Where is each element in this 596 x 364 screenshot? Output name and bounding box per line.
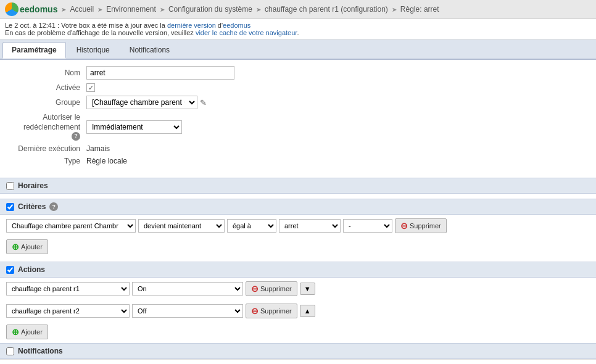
tab-parametrage[interactable]: Paramétrage xyxy=(2,42,66,59)
activee-label: Activée xyxy=(6,83,86,92)
criteria-plus-icon: ⊕ xyxy=(12,242,19,252)
nav-config-systeme[interactable]: Configuration du système xyxy=(168,5,252,14)
criteria-ajouter-button[interactable]: ⊕ Ajouter xyxy=(6,239,48,254)
criteria-operator-select[interactable]: égal à xyxy=(227,219,276,233)
nav-environnement[interactable]: Environnement xyxy=(106,5,156,14)
nav-accueil[interactable]: Accueil xyxy=(70,5,94,14)
criteria-minus-icon: ⊖ xyxy=(400,221,408,231)
groupe-edit-icon[interactable]: ✎ xyxy=(200,98,207,107)
logo: eedomus xyxy=(5,2,57,16)
criteres-help-icon[interactable]: ? xyxy=(49,202,58,211)
derniere-row: Dernière exécution Jamais xyxy=(0,144,596,153)
autoriser-label: Autoriser le redéclenchement ? xyxy=(6,113,86,141)
nom-row: Nom xyxy=(0,66,596,80)
tab-notifications[interactable]: Notifications xyxy=(120,42,179,59)
activee-row: Activée ✓ xyxy=(0,83,596,92)
groupe-row: Groupe [Chauffage chambre parent C ✎ xyxy=(0,96,596,109)
infobar-link3[interactable]: vider le cache de votre navigateur xyxy=(196,29,297,36)
horaires-checkbox[interactable] xyxy=(6,182,14,190)
criteria-device-select[interactable]: Chauffage chambre parent Chambr xyxy=(6,219,136,233)
criteres-label: Critères xyxy=(18,202,46,211)
action2-up-icon: ▲ xyxy=(304,307,311,315)
action2-value-select[interactable]: Off xyxy=(132,304,243,318)
action2-supprimer-button[interactable]: ⊖ Supprimer xyxy=(246,304,297,318)
action1-supprimer-label: Supprimer xyxy=(260,285,292,292)
horaires-label: Horaires xyxy=(18,181,48,190)
infobar-link1[interactable]: dernière version xyxy=(167,22,216,29)
autoriser-label-line1: Autoriser le xyxy=(43,113,80,123)
groupe-select-group: [Chauffage chambre parent C ✎ xyxy=(86,96,207,109)
horaires-section: Horaires xyxy=(0,178,596,194)
action1-down-icon: ▼ xyxy=(304,285,311,292)
criteria-row: Chauffage chambre parent Chambr devient … xyxy=(0,215,596,237)
notifications-label: Notifications xyxy=(18,347,63,355)
nav-arrow-2: ➤ xyxy=(160,6,165,13)
criteria-supprimer-button[interactable]: ⊖ Supprimer xyxy=(395,218,447,233)
infobar-text2: d' xyxy=(216,22,223,29)
groupe-label: Groupe xyxy=(6,98,86,107)
logo-text: eedomus xyxy=(20,4,57,14)
topbar: eedomus ➤ Accueil ➤ Environnement ➤ Conf… xyxy=(0,0,596,19)
form-section: Nom Activée ✓ Groupe [Chauffage chambre … xyxy=(0,60,596,173)
actions-ajouter-button[interactable]: ⊕ Ajouter xyxy=(6,325,48,339)
main-content: Nom Activée ✓ Groupe [Chauffage chambre … xyxy=(0,60,596,364)
autoriser-label-line2: redéclenchement xyxy=(23,123,80,133)
nav-arrow-1: ➤ xyxy=(97,6,102,13)
criteria-extra-select[interactable]: - xyxy=(343,219,392,233)
tabs-bar: Paramétrage Historique Notifications xyxy=(0,39,596,60)
actions-plus-icon: ⊕ xyxy=(12,327,19,337)
nav-arrow-4: ➤ xyxy=(392,6,397,13)
tab-historique[interactable]: Historique xyxy=(67,42,119,59)
autoriser-select[interactable]: Immédiatement xyxy=(86,120,182,134)
infobar-text-line2: En cas de problème d'affichage de la nou… xyxy=(5,29,196,36)
criteria-ajouter-label: Ajouter xyxy=(21,243,43,250)
type-label: Type xyxy=(6,157,86,165)
action1-supprimer-button[interactable]: ⊖ Supprimer xyxy=(246,281,297,296)
action1-value-select[interactable]: On xyxy=(132,282,243,296)
criteria-condition-select[interactable]: devient maintenant xyxy=(138,219,225,233)
nav-regle-arret[interactable]: Règle: arret xyxy=(400,5,439,14)
infobar-text4: . xyxy=(297,29,299,36)
infobar-link2[interactable]: eedomus xyxy=(223,22,250,29)
autoriser-select-group: Immédiatement xyxy=(86,120,182,134)
action2-device-select[interactable]: chauffage ch parent r2 xyxy=(6,304,130,318)
criteria-value-select[interactable]: arret xyxy=(279,219,341,233)
action2-supprimer-label: Supprimer xyxy=(260,307,292,315)
notifications-section: Notifications xyxy=(0,343,596,359)
action1-down-button[interactable]: ▼ xyxy=(300,283,315,295)
action-row-1: chauffage ch parent r1 On ⊖ Supprimer ▼ xyxy=(0,278,596,300)
action2-up-button[interactable]: ▲ xyxy=(300,305,315,317)
infobar-line2: En cas de problème d'affichage de la nou… xyxy=(5,29,591,36)
checkmark-icon: ✓ xyxy=(88,84,94,92)
nav-chauffage-config[interactable]: chauffage ch parent r1 (configuration) xyxy=(265,5,388,14)
logo-icon xyxy=(5,2,19,16)
autoriser-help-icon[interactable]: ? xyxy=(72,132,80,141)
criteria-add-row: ⊕ Ajouter xyxy=(0,237,596,257)
type-value: Règle locale xyxy=(86,157,127,165)
nom-label: Nom xyxy=(6,68,86,77)
action2-minus-icon: ⊖ xyxy=(251,306,259,316)
type-row: Type Règle locale xyxy=(0,157,596,165)
notifications-checkbox[interactable] xyxy=(6,347,14,355)
criteres-checkbox[interactable] xyxy=(6,203,14,211)
actions-section: Actions xyxy=(0,262,596,278)
derniere-value: Jamais xyxy=(86,144,110,153)
groupe-select[interactable]: [Chauffage chambre parent C xyxy=(86,96,197,109)
infobar-line1: Le 2 oct. à 12:41 : Votre box a été mise… xyxy=(5,22,591,29)
nav-arrow-0: ➤ xyxy=(61,6,66,13)
action1-device-select[interactable]: chauffage ch parent r1 xyxy=(6,282,130,296)
action1-minus-icon: ⊖ xyxy=(251,284,259,294)
bottom-bar: ↩ Retour à la liste des règles ? xyxy=(0,359,596,364)
actions-checkbox[interactable] xyxy=(6,266,14,274)
actions-label: Actions xyxy=(18,265,45,274)
autoriser-row: Autoriser le redéclenchement ? Immédiate… xyxy=(0,113,596,141)
actions-ajouter-label: Ajouter xyxy=(21,328,43,336)
infobar-text1: Le 2 oct. à 12:41 : Votre box a été mise… xyxy=(5,22,167,29)
derniere-label: Dernière exécution xyxy=(6,144,86,153)
activee-checkbox[interactable]: ✓ xyxy=(86,83,95,92)
criteres-section: Critères ? xyxy=(0,199,596,215)
nom-input[interactable] xyxy=(86,66,234,80)
actions-add-row: ⊕ Ajouter xyxy=(0,322,596,342)
criteria-supprimer-label: Supprimer xyxy=(410,222,441,230)
action-row-2: chauffage ch parent r2 Off ⊖ Supprimer ▲ xyxy=(0,300,596,322)
